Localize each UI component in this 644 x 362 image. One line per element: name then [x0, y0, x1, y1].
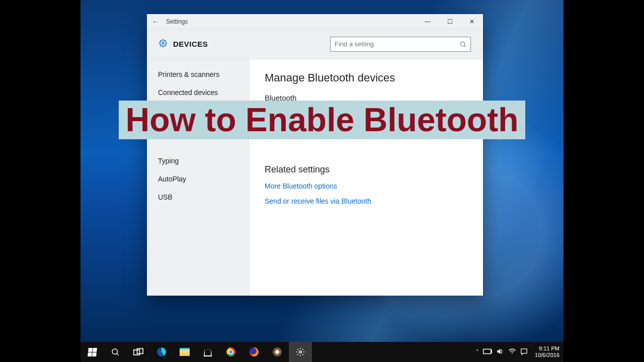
sidebar-item-connected[interactable]: Connected devices	[147, 83, 250, 102]
taskbar-app-settings[interactable]	[289, 342, 312, 362]
video-caption-overlay: How to Enable Bluetooth	[80, 101, 564, 139]
tray-notifications-icon[interactable]	[520, 348, 528, 356]
category-title: DEVICES	[173, 40, 208, 48]
window-title: Settings	[164, 18, 417, 25]
taskbar-app-firefox[interactable]	[243, 342, 266, 362]
sidebar-item-typing[interactable]: Typing	[147, 152, 250, 170]
settings-window: ← Settings — ☐ ✕ DEVICES Find a setting …	[147, 14, 483, 296]
clock-time: 9:11 PM	[535, 345, 559, 352]
gear-icon	[159, 39, 167, 49]
window-titlebar: ← Settings — ☐ ✕	[147, 14, 483, 29]
taskbar-app-paint[interactable]	[266, 342, 289, 362]
svg-rect-7	[492, 350, 493, 353]
minimize-button[interactable]: —	[417, 14, 439, 29]
task-view-icon[interactable]	[127, 342, 150, 362]
svg-point-2	[112, 349, 118, 354]
settings-content: Manage Bluetooth devices Bluetooth Relat…	[250, 59, 483, 296]
cortana-search-icon[interactable]	[104, 342, 127, 362]
close-button[interactable]: ✕	[461, 14, 483, 29]
tray-volume-icon[interactable]	[496, 348, 504, 356]
settings-sidebar: Printers & scanners Connected devices Ty…	[147, 59, 250, 296]
clock-date: 10/6/2016	[535, 352, 559, 358]
back-button[interactable]: ←	[147, 18, 164, 26]
svg-point-0	[162, 42, 164, 44]
taskbar: ˄ 9:11 PM 10/6/2016	[80, 342, 564, 362]
taskbar-app-explorer[interactable]	[173, 342, 196, 362]
svg-point-5	[299, 351, 302, 353]
taskbar-app-store[interactable]	[196, 342, 219, 362]
svg-rect-6	[484, 349, 491, 354]
caption-text: How to Enable Bluetooth	[119, 101, 526, 139]
search-placeholder: Find a setting	[335, 40, 459, 48]
taskbar-clock[interactable]: 9:11 PM 10/6/2016	[532, 345, 559, 358]
page-heading: Manage Bluetooth devices	[265, 71, 468, 84]
link-more-bt-options[interactable]: More Bluetooth options	[265, 182, 468, 190]
start-button[interactable]	[80, 342, 104, 362]
tray-wifi-icon[interactable]	[508, 348, 516, 356]
related-heading: Related settings	[265, 164, 468, 175]
search-input[interactable]: Find a setting	[330, 37, 471, 52]
settings-header: DEVICES Find a setting	[147, 29, 483, 59]
link-send-receive-bt[interactable]: Send or receive files via Bluetooth	[265, 197, 468, 205]
search-icon	[459, 41, 466, 48]
tray-battery-icon[interactable]	[483, 348, 492, 355]
sidebar-item-usb[interactable]: USB	[147, 188, 250, 206]
taskbar-app-chrome[interactable]	[219, 342, 243, 362]
sidebar-item-autoplay[interactable]: AutoPlay	[147, 170, 250, 188]
tray-overflow-icon[interactable]: ˄	[476, 349, 479, 355]
svg-point-1	[460, 42, 464, 46]
taskbar-app-edge[interactable]	[150, 342, 173, 362]
maximize-button[interactable]: ☐	[439, 14, 461, 29]
sidebar-item-printers[interactable]: Printers & scanners	[147, 65, 250, 83]
